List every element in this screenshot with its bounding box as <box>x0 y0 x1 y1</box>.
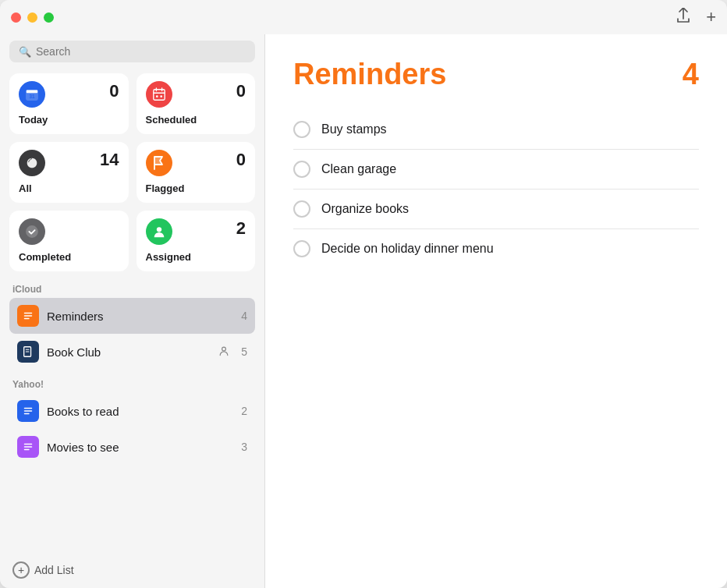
add-list-label: Add List <box>34 564 74 576</box>
all-count: 14 <box>100 150 119 170</box>
movies-to-see-list-count: 3 <box>241 441 247 453</box>
movies-to-see-list-name: Movies to see <box>47 441 233 454</box>
svg-point-17 <box>222 347 226 351</box>
titlebar-actions: + <box>676 7 716 27</box>
yahoo-section-label: Yahoo! <box>9 379 255 390</box>
today-count: 0 <box>109 81 119 101</box>
smart-lists-grid: 31 0 Today <box>9 73 255 271</box>
close-button[interactable] <box>11 12 21 23</box>
svg-point-8 <box>160 95 162 97</box>
assigned-label: Assigned <box>146 251 246 263</box>
svg-rect-1 <box>27 90 37 94</box>
completed-icon <box>19 218 45 245</box>
icloud-section: iCloud Reminders 4 <box>9 284 255 370</box>
book-club-list-icon <box>17 341 39 363</box>
scheduled-label: Scheduled <box>146 114 246 126</box>
reminder-text-3: Decide on holiday dinner menu <box>321 242 494 256</box>
movies-to-see-list-icon <box>17 436 39 458</box>
add-icon[interactable]: + <box>706 7 716 27</box>
reminder-circle-3[interactable] <box>293 240 310 257</box>
all-icon <box>19 150 45 176</box>
reminder-item-3[interactable]: Decide on holiday dinner menu <box>293 229 699 268</box>
completed-label: Completed <box>19 251 119 263</box>
book-club-shared-icon <box>218 345 230 360</box>
flagged-icon <box>146 150 172 176</box>
reminder-item-0[interactable]: Buy stamps <box>293 110 699 150</box>
reminder-text-2: Organize books <box>321 202 409 216</box>
all-label: All <box>19 182 119 194</box>
books-to-read-list-icon <box>17 400 39 422</box>
maximize-button[interactable] <box>44 12 54 23</box>
today-label: Today <box>19 114 119 126</box>
add-list-icon: + <box>12 561 30 579</box>
smart-card-scheduled[interactable]: 0 Scheduled <box>137 73 256 134</box>
svg-text:31: 31 <box>29 94 35 99</box>
list-item-movies-to-see[interactable]: Movies to see 3 <box>9 429 255 465</box>
reminder-item-2[interactable]: Organize books <box>293 190 699 229</box>
svg-point-9 <box>27 226 37 237</box>
share-icon[interactable] <box>676 8 690 27</box>
reminder-item-1[interactable]: Clean garage <box>293 150 699 190</box>
app-window: + 🔍 31 <box>0 0 727 588</box>
book-club-list-name: Book Club <box>47 345 210 359</box>
assigned-count: 2 <box>236 218 246 239</box>
list-item-books-to-read[interactable]: Books to read 2 <box>9 393 255 429</box>
flagged-label: Flagged <box>146 182 246 194</box>
smart-card-all[interactable]: 14 All <box>9 142 129 203</box>
today-icon: 31 <box>19 81 45 108</box>
reminders-list-icon <box>17 305 39 327</box>
smart-card-today[interactable]: 31 0 Today <box>9 73 129 134</box>
list-item-reminders[interactable]: Reminders 4 <box>9 298 255 334</box>
books-to-read-list-count: 2 <box>241 405 247 417</box>
search-input[interactable] <box>36 45 246 58</box>
reminder-text-0: Buy stamps <box>321 122 387 136</box>
minimize-button[interactable] <box>27 12 37 23</box>
detail-title-count: 4 <box>683 58 699 91</box>
smart-card-completed[interactable]: Completed <box>9 211 129 271</box>
sidebar: 🔍 31 0 <box>0 34 265 588</box>
list-item-book-club[interactable]: Book Club 5 <box>9 334 255 370</box>
detail-header: Reminders 4 <box>293 58 699 91</box>
reminder-list: Buy stamps Clean garage Organize books D… <box>293 110 699 268</box>
scheduled-count: 0 <box>236 81 246 101</box>
flagged-count: 0 <box>236 150 246 170</box>
reminder-circle-1[interactable] <box>293 161 310 178</box>
reminders-list-count: 4 <box>241 310 247 322</box>
reminder-circle-0[interactable] <box>293 121 310 138</box>
svg-point-10 <box>156 227 161 232</box>
icloud-section-label: iCloud <box>9 284 255 295</box>
reminder-circle-2[interactable] <box>293 200 310 218</box>
assigned-icon <box>146 218 172 245</box>
yahoo-section: Yahoo! Books to read 2 <box>9 379 255 465</box>
book-club-list-count: 5 <box>241 345 247 358</box>
smart-card-assigned[interactable]: 2 Assigned <box>137 211 256 271</box>
reminder-text-1: Clean garage <box>321 162 396 176</box>
traffic-lights <box>11 12 54 23</box>
detail-title-text: Reminders <box>293 58 446 91</box>
detail-panel: Reminders 4 Buy stamps Clean garage Orga… <box>265 34 727 588</box>
svg-rect-3 <box>153 90 164 101</box>
add-list-button[interactable]: + Add List <box>9 546 255 579</box>
scheduled-icon <box>146 81 172 108</box>
search-icon: 🔍 <box>19 46 31 58</box>
books-to-read-list-name: Books to read <box>47 405 233 418</box>
search-bar[interactable]: 🔍 <box>9 41 255 62</box>
smart-card-flagged[interactable]: 0 Flagged <box>137 142 256 203</box>
svg-point-7 <box>155 95 158 97</box>
main-content: 🔍 31 0 <box>0 34 727 588</box>
titlebar: + <box>0 0 727 34</box>
reminders-list-name: Reminders <box>47 310 233 323</box>
